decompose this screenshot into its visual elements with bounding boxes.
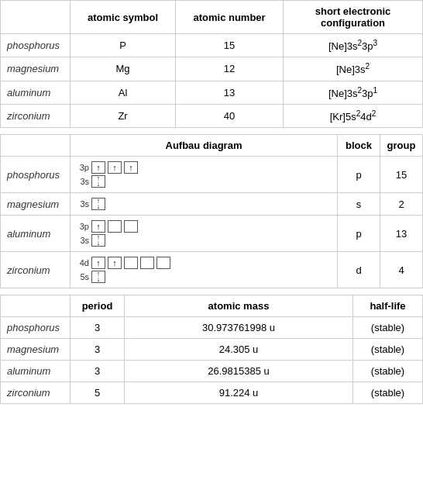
col-header-period: period (70, 295, 125, 317)
aufbau-diagram: 3p 3s ↑↓ (70, 216, 338, 252)
halflife-value: (stable) (353, 317, 423, 339)
period-value: 3 (70, 317, 125, 339)
element-name: phosphorus (1, 157, 70, 193)
mass-value: 24.305 u (125, 339, 353, 361)
table-row: magnesium 3s ↑↓ s 2 (1, 193, 423, 216)
block-value: d (338, 252, 380, 288)
col-header-blank-2 (1, 135, 70, 157)
table-2: Aufbau diagram block group phosphorus 3p… (0, 134, 423, 288)
table-row: phosphorus 3p 3s ↑↓ p 15 (1, 157, 423, 193)
atomic-number: 15 (176, 34, 284, 57)
element-symbol: Zr (70, 104, 176, 127)
element-symbol: P (70, 34, 176, 57)
group-value: 2 (380, 193, 423, 216)
table-3: period atomic mass half-life phosphorus … (0, 295, 423, 404)
col-header-mass: atomic mass (125, 295, 353, 317)
table-row: magnesium Mg 12 [Ne]3s2 (1, 57, 423, 81)
element-name: magnesium (1, 339, 70, 361)
col-header-aufbau: Aufbau diagram (70, 135, 338, 157)
group-value: 15 (380, 157, 423, 193)
aufbau-diagram: 4d 5s ↑↓ (70, 252, 338, 288)
electron-config: [Kr]5s24d2 (284, 104, 423, 127)
element-name: zirconium (1, 252, 70, 288)
element-name: magnesium (1, 193, 70, 216)
electron-config: [Ne]3s2 (284, 57, 423, 81)
halflife-value: (stable) (353, 382, 423, 404)
element-name: phosphorus (1, 317, 70, 339)
table-row: phosphorus 3 30.973761998 u (stable) (1, 317, 423, 339)
col-header-group: group (380, 135, 423, 157)
halflife-value: (stable) (353, 339, 423, 361)
group-value: 4 (380, 252, 423, 288)
period-value: 3 (70, 339, 125, 361)
element-name: zirconium (1, 104, 70, 127)
element-name: magnesium (1, 57, 70, 81)
block-value: p (338, 157, 380, 193)
atomic-number: 40 (176, 104, 284, 127)
element-name: aluminum (1, 81, 70, 104)
element-name: zirconium (1, 382, 70, 404)
table-row: aluminum Al 13 [Ne]3s23p1 (1, 81, 423, 104)
electron-config: [Ne]3s23p3 (284, 34, 423, 57)
col-header-blank-3 (1, 295, 70, 317)
electron-config: [Ne]3s23p1 (284, 81, 423, 104)
group-value: 13 (380, 216, 423, 252)
table-row: phosphorus P 15 [Ne]3s23p3 (1, 34, 423, 57)
element-name: aluminum (1, 216, 70, 252)
element-symbol: Al (70, 81, 176, 104)
halflife-value: (stable) (353, 361, 423, 382)
period-value: 3 (70, 361, 125, 382)
element-symbol: Mg (70, 57, 176, 81)
mass-value: 91.224 u (125, 382, 353, 404)
aufbau-diagram: 3p 3s ↑↓ (70, 157, 338, 193)
table-row: aluminum 3 26.9815385 u (stable) (1, 361, 423, 382)
col-header-number: atomic number (176, 1, 284, 34)
table-row: zirconium 5 91.224 u (stable) (1, 382, 423, 404)
aufbau-diagram: 3s ↑↓ (70, 193, 338, 216)
atomic-number: 13 (176, 81, 284, 104)
mass-value: 30.973761998 u (125, 317, 353, 339)
block-value: p (338, 216, 380, 252)
element-name: phosphorus (1, 34, 70, 57)
col-header-block: block (338, 135, 380, 157)
col-header-symbol: atomic symbol (70, 1, 176, 34)
atomic-number: 12 (176, 57, 284, 81)
table-row: aluminum 3p 3s ↑↓ p 13 (1, 216, 423, 252)
col-header-blank-1 (1, 1, 70, 34)
period-value: 5 (70, 382, 125, 404)
col-header-halflife: half-life (353, 295, 423, 317)
table-row: zirconium Zr 40 [Kr]5s24d2 (1, 104, 423, 127)
element-name: aluminum (1, 361, 70, 382)
table-row: magnesium 3 24.305 u (stable) (1, 339, 423, 361)
col-header-config: short electronic configuration (284, 1, 423, 34)
block-value: s (338, 193, 380, 216)
table-1: atomic symbol atomic number short electr… (0, 0, 423, 128)
table-row: zirconium 4d 5s ↑↓ d 4 (1, 252, 423, 288)
mass-value: 26.9815385 u (125, 361, 353, 382)
